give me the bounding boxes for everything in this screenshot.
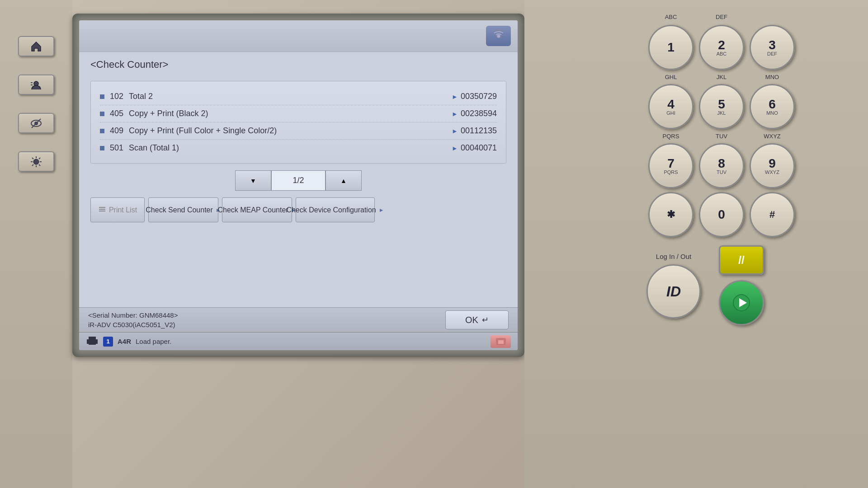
- ok-label: OK: [465, 315, 478, 325]
- svg-rect-1: [31, 82, 33, 83]
- counter-value-4: 00040071: [461, 143, 497, 153]
- pagination-row: ▼ 1/2 ▲: [90, 170, 506, 191]
- key-6[interactable]: 6MNO: [750, 84, 795, 129]
- key-5[interactable]: 5JKL: [699, 84, 744, 129]
- print-list-button[interactable]: Print List: [90, 197, 145, 222]
- svg-line-11: [32, 158, 33, 159]
- key-3[interactable]: 3DEF: [750, 25, 795, 70]
- start-button[interactable]: [719, 280, 764, 325]
- counter-value-1: 00350729: [461, 92, 497, 101]
- counter-row-1: 102 Total 2 ► 00350729: [100, 88, 497, 105]
- login-label: Log In / Out: [656, 252, 691, 261]
- key-label-tuv: TUV: [699, 133, 744, 140]
- brightness-button[interactable]: [18, 151, 54, 172]
- counter-arrow-1: ►: [452, 93, 458, 100]
- ok-button[interactable]: OK ↵: [445, 310, 509, 329]
- counter-label-3: Copy + Print (Full Color + Single Color/…: [129, 126, 277, 136]
- key-label-wxyz: WXYZ: [750, 133, 795, 140]
- key-0[interactable]: 0: [699, 192, 744, 237]
- key-label-abc: ABC: [648, 14, 693, 20]
- check-device-config-label: Check Device Configuration: [286, 206, 376, 214]
- serial-number: <Serial Number: GNM68448>: [88, 310, 178, 320]
- counter-row-4: 501 Scan (Total 1) ► 00040071: [100, 140, 497, 156]
- status-bar: 1 A4R Load paper.: [79, 332, 518, 350]
- svg-rect-19: [89, 337, 96, 339]
- counter-label-4: Scan (Total 1): [129, 143, 179, 153]
- screen-bottombar: <Serial Number: GNM68448> iR-ADV C5030(i…: [79, 307, 518, 332]
- screen-title: <Check Counter>: [90, 59, 506, 74]
- next-page-button[interactable]: ▲: [326, 170, 362, 191]
- eye-button[interactable]: [18, 113, 54, 133]
- key-label-mno: MNO: [750, 74, 795, 80]
- counter-arrow-4: ►: [452, 145, 458, 152]
- counter-code-1: 102: [110, 92, 123, 101]
- counter-arrow-3: ►: [452, 127, 458, 135]
- key-star[interactable]: ✱: [648, 192, 693, 237]
- key-1[interactable]: 1: [648, 25, 693, 70]
- home-button[interactable]: [18, 36, 54, 56]
- svg-point-6: [33, 159, 39, 164]
- check-device-config-button[interactable]: Check Device Configuration ►: [296, 197, 375, 222]
- clear-button[interactable]: //: [719, 245, 764, 275]
- counter-code-4: 501: [110, 143, 123, 153]
- counter-arrow-2: ►: [452, 110, 458, 117]
- key-7[interactable]: 7PQRS: [648, 143, 693, 188]
- key-label-empty: [750, 14, 795, 20]
- check-meap-counter-label: Check MEAP Counter: [217, 206, 288, 214]
- key-2[interactable]: 2ABC: [699, 25, 744, 70]
- svg-line-13: [39, 158, 40, 159]
- page-display: 1/2: [271, 170, 326, 191]
- svg-rect-18: [99, 211, 105, 211]
- screen: <Check Counter> 102 Total 2 ► 00350729: [79, 20, 518, 350]
- counter-value-2: 00238594: [461, 109, 497, 118]
- copier-body: <Check Counter> 102 Total 2 ► 00350729: [0, 0, 868, 488]
- screen-topbar: [79, 20, 518, 52]
- svg-rect-2: [31, 84, 33, 85]
- key-4[interactable]: 4GHI: [648, 84, 693, 129]
- counter-label-2: Copy + Print (Black 2): [129, 109, 208, 118]
- key-label-def: DEF: [699, 14, 744, 20]
- counter-bullet: [100, 112, 104, 116]
- network-icon: [486, 26, 511, 46]
- address-book-button[interactable]: [18, 75, 54, 95]
- counter-code-2: 405: [110, 109, 123, 118]
- key-hash[interactable]: #: [750, 192, 795, 237]
- model-name: iR-ADV C5030(iAC5051_V2): [88, 320, 178, 329]
- counter-row-2: 405 Copy + Print (Black 2) ► 00238594: [100, 105, 497, 122]
- login-id-button[interactable]: ID: [646, 264, 701, 319]
- login-id-label: ID: [666, 283, 681, 300]
- svg-point-15: [497, 34, 500, 38]
- counter-bullet: [100, 94, 104, 99]
- status-message: Load paper.: [136, 338, 171, 345]
- check-send-counter-button[interactable]: Check Send Counter ►: [148, 197, 218, 222]
- svg-line-12: [39, 164, 40, 166]
- status-badge: 1: [103, 337, 113, 347]
- svg-rect-16: [99, 207, 105, 208]
- counter-label-1: Total 2: [129, 92, 153, 101]
- key-9[interactable]: 9WXYZ: [750, 143, 795, 188]
- svg-rect-20: [89, 342, 96, 345]
- counter-bullet: [100, 129, 104, 133]
- svg-rect-22: [498, 340, 504, 344]
- ok-return-icon: ↵: [482, 315, 489, 325]
- right-panel: ABC DEF 1 2ABC 3DEF GHL JKL MNO 4GHI 5JK…: [524, 0, 868, 488]
- key-label-jkl: JKL: [699, 74, 744, 80]
- counter-code-3: 409: [110, 126, 123, 136]
- prev-page-button[interactable]: ▼: [235, 170, 271, 191]
- counter-value-3: 00112135: [461, 126, 497, 136]
- key-8[interactable]: 8TUV: [699, 143, 744, 188]
- key-label-ghi: GHL: [648, 74, 693, 80]
- paper-size-label: A4R: [118, 338, 131, 345]
- print-list-label: Print List: [109, 206, 137, 214]
- key-label-pqrs: PQRS: [648, 133, 693, 140]
- status-printer-icon: [86, 336, 99, 347]
- screen-content: <Check Counter> 102 Total 2 ► 00350729: [79, 52, 518, 307]
- check-meap-counter-button[interactable]: Check MEAP Counter ►: [222, 197, 292, 222]
- counter-bullet: [100, 146, 104, 150]
- screen-bezel: <Check Counter> 102 Total 2 ► 00350729: [72, 14, 524, 357]
- device-info: <Serial Number: GNM68448> iR-ADV C5030(i…: [88, 310, 178, 329]
- left-panel: [0, 0, 72, 488]
- counter-row-3: 409 Copy + Print (Full Color + Single Co…: [100, 122, 497, 140]
- clear-icon: //: [738, 254, 744, 267]
- action-buttons-row: Print List Check Send Counter ► Check ME…: [90, 197, 506, 222]
